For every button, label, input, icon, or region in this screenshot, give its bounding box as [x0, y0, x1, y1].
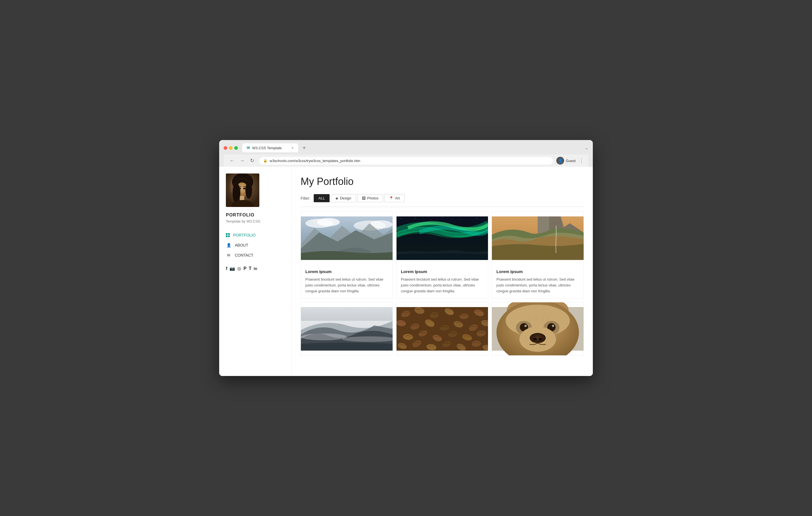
portfolio-card-1[interactable]: Lorem Ipsum Praesent tincidunt sed tellu…: [300, 211, 393, 299]
card-image-6: [492, 302, 584, 355]
card-image-5: [397, 302, 488, 355]
card-text-2: Praesent tincidunt sed tellus ut rutrum.…: [401, 277, 484, 294]
sidebar-about-label: ABOUT: [235, 243, 248, 248]
facebook-icon[interactable]: f: [226, 266, 227, 271]
svg-point-71: [552, 325, 554, 327]
browser-dots: [224, 146, 238, 150]
page-content: PORTFOLIO Template by W3.CSS PORTFOLIO 👤…: [219, 167, 593, 376]
browser-titlebar: W W3.CSS Template × + ⌄ ← → ↻ 🔒 w3school…: [219, 140, 593, 167]
minimize-dot[interactable]: [229, 146, 233, 150]
svg-point-15: [317, 218, 340, 227]
tab-favicon-icon: W: [247, 146, 250, 150]
sidebar-item-contact[interactable]: ✉ CONTACT: [226, 250, 285, 260]
filter-design-button[interactable]: ◈ Design: [331, 194, 356, 202]
portfolio-card-2[interactable]: Lorem Ipsum Praesent tincidunt sed tellu…: [396, 211, 489, 299]
filter-art-label: Art: [395, 196, 400, 200]
sidebar-tagline: Template by W3.CSS: [226, 219, 285, 223]
svg-point-70: [524, 325, 527, 327]
browser-menu-button[interactable]: ⋮: [579, 157, 584, 164]
art-icon: 📍: [389, 196, 394, 200]
portfolio-card-6[interactable]: [492, 302, 584, 355]
browser-tabs-row: W W3.CSS Template × + ⌄: [224, 143, 588, 152]
linkedin-icon[interactable]: in: [254, 266, 257, 271]
svg-point-74: [533, 338, 537, 340]
filter-all-button[interactable]: ALL: [314, 194, 329, 202]
page-title: My Portfolio: [300, 176, 584, 188]
card-title-1: Lorem Ipsum: [305, 269, 388, 274]
sidebar-item-portfolio[interactable]: PORTFOLIO: [226, 230, 285, 240]
maximize-dot[interactable]: [234, 146, 238, 150]
photos-icon: 🖼: [362, 196, 366, 200]
mist-image: [301, 302, 393, 355]
new-tab-button[interactable]: +: [300, 145, 308, 151]
svg-point-20: [408, 221, 408, 221]
autumn-image: [492, 212, 584, 265]
portfolio-card-5[interactable]: [396, 302, 489, 355]
card-body-3: Lorem Ipsum Praesent tincidunt sed tellu…: [492, 265, 584, 298]
svg-point-21: [415, 218, 415, 219]
filter-art-button[interactable]: 📍 Art: [384, 194, 405, 202]
profile-button[interactable]: 👤 Guest: [556, 157, 576, 165]
profile-label: Guest: [566, 159, 576, 163]
bear-image: [492, 302, 584, 355]
browser-window: W W3.CSS Template × + ⌄ ← → ↻ 🔒 w3school…: [219, 140, 593, 376]
refresh-button[interactable]: ↻: [248, 157, 256, 165]
tab-close-button[interactable]: ×: [291, 146, 294, 150]
card-title-3: Lorem Ipsum: [496, 269, 579, 274]
card-image-3: [492, 212, 584, 265]
browser-tab[interactable]: W W3.CSS Template ×: [242, 143, 298, 152]
back-button[interactable]: ←: [228, 157, 236, 165]
filter-photos-button[interactable]: 🖼 Photos: [357, 194, 383, 202]
address-bar[interactable]: 🔒 w3schools.com/w3css/tryw3css_templates…: [259, 157, 553, 165]
portfolio-card-3[interactable]: Lorem Ipsum Praesent tincidunt sed tellu…: [492, 211, 584, 299]
svg-point-8: [241, 190, 243, 192]
sidebar-brand: PORTFOLIO: [226, 212, 285, 218]
svg-point-73: [530, 333, 546, 343]
card-body-2: Lorem Ipsum Praesent tincidunt sed tellu…: [397, 265, 488, 298]
mountains-image: [301, 212, 393, 265]
snapchat-icon[interactable]: ◎: [237, 266, 241, 271]
aurora-image: [397, 212, 488, 265]
card-body-1: Lorem Ipsum Praesent tincidunt sed tellu…: [301, 265, 393, 298]
svg-point-22: [431, 220, 431, 220]
card-text-1: Praesent tincidunt sed tellus ut rutrum.…: [305, 277, 388, 294]
svg-point-25: [476, 218, 477, 219]
nav-buttons: ← → ↻: [228, 157, 256, 165]
svg-point-75: [539, 338, 542, 340]
tab-menu-button[interactable]: ⌄: [585, 146, 588, 150]
card-image-2: [397, 212, 488, 265]
filter-bar: Filter: ALL ◈ Design 🖼 Photos 📍 Art: [300, 194, 584, 207]
card-image-1: [301, 212, 393, 265]
tab-title: W3.CSS Template: [252, 146, 282, 150]
pinterest-icon[interactable]: P: [243, 266, 246, 271]
filter-design-label: Design: [340, 196, 351, 200]
forward-button[interactable]: →: [238, 157, 246, 165]
sidebar-avatar: [226, 173, 259, 207]
filter-photos-label: Photos: [367, 196, 378, 200]
svg-point-30: [301, 334, 347, 341]
main-content: My Portfolio Filter: ALL ◈ Design 🖼 Phot…: [292, 167, 593, 376]
portfolio-card-4[interactable]: [300, 302, 393, 355]
social-icons: f 📷 ◎ P T in: [226, 266, 285, 271]
url-text: w3schools.com/w3css/tryw3css_templates_p…: [270, 159, 360, 163]
design-icon: ◈: [336, 196, 338, 200]
coffee-image: [397, 302, 488, 355]
portfolio-grid: Lorem Ipsum Praesent tincidunt sed tellu…: [300, 211, 584, 355]
browser-addressbar-row: ← → ↻ 🔒 w3schools.com/w3css/tryw3css_tem…: [224, 154, 588, 167]
svg-point-7: [243, 188, 245, 190]
instagram-icon[interactable]: 📷: [230, 266, 235, 271]
sidebar-nav: PORTFOLIO 👤 ABOUT ✉ CONTACT: [226, 230, 285, 260]
svg-point-26: [483, 221, 484, 221]
profile-avatar-icon: 👤: [556, 157, 564, 165]
svg-point-23: [442, 217, 442, 218]
close-dot[interactable]: [224, 146, 227, 150]
svg-point-19: [401, 219, 401, 219]
filter-label: Filter:: [300, 196, 310, 201]
card-image-4: [301, 302, 393, 355]
sidebar-contact-label: CONTACT: [235, 253, 254, 257]
svg-point-9: [233, 183, 240, 203]
svg-point-24: [460, 219, 461, 219]
twitter-icon[interactable]: T: [249, 266, 252, 271]
sidebar-item-about[interactable]: 👤 ABOUT: [226, 240, 285, 250]
sidebar: PORTFOLIO Template by W3.CSS PORTFOLIO 👤…: [219, 167, 292, 376]
